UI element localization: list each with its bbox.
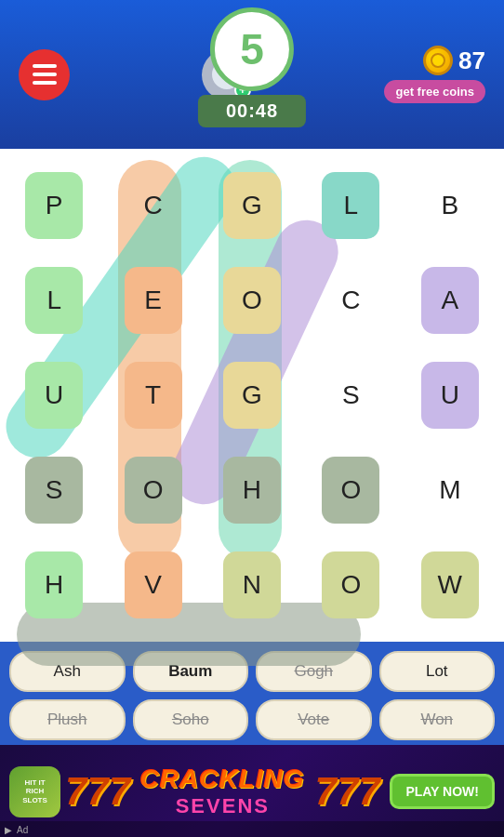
cell-1-1[interactable]: E [103, 253, 202, 348]
cell-2-4[interactable]: U [401, 348, 499, 443]
menu-button[interactable] [19, 49, 70, 100]
get-free-coins-button[interactable]: get free coins [384, 80, 485, 103]
ad-banner[interactable]: HIT ITRICHSLOTS 777 CRACKLING SEVENS 777… [0, 745, 504, 837]
cell-3-1[interactable]: O [103, 443, 202, 538]
cell-0-4[interactable]: B [401, 158, 499, 253]
cell-3-3[interactable]: O [301, 443, 400, 538]
cell-0-1[interactable]: C [103, 158, 202, 253]
cell-4-2[interactable]: N [203, 538, 301, 632]
word-plush[interactable]: Plush [9, 699, 126, 740]
seven-right-icon: 777 [315, 769, 380, 814]
word-lot[interactable]: Lot [379, 651, 496, 692]
ad-label: Ad [17, 825, 28, 835]
seven-left-icon: 777 [65, 769, 130, 814]
play-now-button[interactable]: PLAY NOW! [390, 774, 495, 809]
cell-0-2[interactable]: G [203, 158, 301, 253]
game-board: P C G L B L E O C A U T G S U S O H O M … [0, 149, 504, 642]
cell-0-3[interactable]: L [301, 158, 400, 253]
word-soho[interactable]: Soho [133, 699, 249, 740]
score-circle: 5 [210, 7, 294, 91]
coins-number: 87 [458, 46, 485, 75]
cell-1-0[interactable]: L [5, 253, 103, 348]
word-vote[interactable]: Vote [256, 699, 372, 740]
cell-3-4[interactable]: M [401, 443, 499, 538]
coin-icon [423, 46, 453, 75]
cell-4-0[interactable]: H [5, 538, 103, 632]
cell-3-0[interactable]: S [5, 443, 103, 538]
cell-1-4[interactable]: A [401, 253, 499, 348]
sevens-subtitle: SEVENS [176, 794, 270, 818]
cell-2-2[interactable]: G [203, 348, 301, 443]
ad-arrow-icon: ▶ [5, 825, 12, 835]
cell-4-3[interactable]: O [301, 538, 400, 632]
cell-2-1[interactable]: T [103, 348, 202, 443]
timer-text: 00:48 [226, 100, 278, 121]
cell-2-3[interactable]: S [301, 348, 400, 443]
ad-bottom-strip: ▶ Ad [0, 821, 504, 837]
cell-1-2[interactable]: O [203, 253, 301, 348]
cell-2-0[interactable]: U [5, 348, 103, 443]
crackling-title: CRACKLING [140, 764, 305, 794]
menu-icon [33, 64, 57, 85]
word-won[interactable]: Won [379, 699, 496, 740]
cell-3-2[interactable]: H [203, 443, 301, 538]
letter-grid: P C G L B L E O C A U T G S U S O H O M … [5, 158, 499, 632]
ad-center-section: CRACKLING SEVENS [140, 764, 305, 818]
coins-area: 87 get free coins [384, 46, 485, 103]
cell-4-4[interactable]: W [401, 538, 499, 632]
coins-count: 87 [423, 46, 485, 75]
header: + 5 00:48 87 get free coins [0, 0, 504, 149]
cell-4-1[interactable]: V [103, 538, 202, 632]
cell-0-0[interactable]: P [5, 158, 103, 253]
cell-1-3[interactable]: C [301, 253, 400, 348]
ad-logo: HIT ITRICHSLOTS [9, 766, 60, 817]
timer-bar: 00:48 [198, 95, 306, 127]
score-number: 5 [240, 24, 264, 74]
center-score: 5 00:48 [198, 7, 306, 127]
ad-left-section: HIT ITRICHSLOTS 777 [9, 766, 130, 817]
